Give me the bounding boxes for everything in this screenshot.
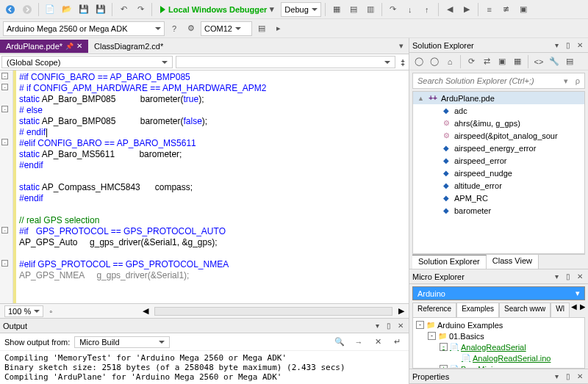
- tab-arduplane[interactable]: ArduPlane.pde* 📌 ✕: [0, 40, 88, 53]
- close-icon[interactable]: ✕: [575, 272, 585, 280]
- pin-icon[interactable]: ▯: [563, 41, 573, 49]
- forward-icon[interactable]: [20, 2, 35, 17]
- se-tree[interactable]: ▲++ArduPlane.pde◆adc⚙ahrs(&imu, g_gps)⚙a…: [412, 91, 585, 254]
- h-scrollbar[interactable]: [154, 307, 392, 316]
- tab-classdiagram[interactable]: ClassDiagram2.cd*: [88, 40, 169, 53]
- me-tab[interactable]: Examples: [456, 303, 499, 317]
- me-tab[interactable]: Search www: [499, 303, 551, 317]
- split-icon[interactable]: ‡: [397, 54, 409, 70]
- open-file-icon[interactable]: 📂: [60, 2, 74, 17]
- comment-icon[interactable]: ≡: [482, 2, 497, 17]
- output-text[interactable]: Compiling 'MemoryTest' for 'Arduino Mega…: [0, 351, 409, 384]
- me-tree-item[interactable]: -📄 AnalogReadSerial: [413, 341, 584, 352]
- scroll-left-icon[interactable]: ◀: [143, 306, 148, 316]
- pin-icon[interactable]: ▯: [563, 372, 573, 380]
- goto-icon[interactable]: →: [351, 335, 366, 349]
- code-editor[interactable]: ------ #if CONFIG_BARO == AP_BARO_BMP085…: [0, 70, 409, 303]
- clear-icon[interactable]: ✕: [370, 335, 385, 349]
- me-tab[interactable]: Wl: [551, 303, 570, 317]
- se-title: Solution Explorer: [412, 41, 474, 50]
- settings-icon[interactable]: ⚙: [184, 21, 198, 36]
- step-into-icon[interactable]: ↓: [403, 2, 417, 17]
- tree-item[interactable]: ⚙airspeed(&pitot_analog_sour: [413, 129, 584, 142]
- step-out-icon[interactable]: ↑: [420, 2, 434, 17]
- serial-icon[interactable]: ▤: [254, 21, 269, 36]
- home-icon[interactable]: ⌂: [443, 55, 456, 68]
- back-icon[interactable]: [3, 2, 18, 17]
- close-icon[interactable]: ✕: [575, 41, 585, 49]
- preview-icon[interactable]: ▤: [563, 55, 576, 68]
- forward-icon[interactable]: ◯: [428, 55, 441, 68]
- redo-icon[interactable]: ↷: [133, 2, 148, 17]
- wrap-icon[interactable]: ↵: [390, 335, 404, 349]
- tree-item[interactable]: ◆barometer: [413, 204, 584, 217]
- bookmark-icon[interactable]: ▣: [516, 2, 531, 17]
- tree-item[interactable]: ▲++ArduPlane.pde: [413, 92, 584, 104]
- me-tab[interactable]: Reference: [412, 303, 456, 317]
- tree-item[interactable]: ◆altitude_error: [413, 179, 584, 192]
- me-platform-dropdown[interactable]: Arduino▾: [412, 286, 585, 300]
- back-icon[interactable]: ◯: [412, 55, 426, 68]
- help-icon[interactable]: ?: [167, 21, 182, 36]
- refresh-icon[interactable]: ⟳: [465, 55, 478, 68]
- dropdown-icon[interactable]: ▾: [372, 322, 382, 330]
- tree-item[interactable]: ◆airspeed_energy_error: [413, 142, 584, 154]
- close-icon[interactable]: ✕: [76, 42, 82, 50]
- tool-icon-2[interactable]: ▤: [346, 2, 361, 17]
- board-dropdown[interactable]: Arduino Mega 2560 or Mega ADK: [3, 21, 165, 36]
- pin-icon[interactable]: ▯: [563, 272, 573, 280]
- tree-item[interactable]: ◆adc: [413, 104, 584, 117]
- code-icon[interactable]: <>: [532, 55, 545, 68]
- tool-icon-1[interactable]: ▦: [329, 2, 344, 17]
- config-dropdown[interactable]: Debug: [281, 2, 320, 17]
- tree-item[interactable]: ⚙ahrs(&imu, g_gps): [413, 117, 584, 129]
- tab-class-view[interactable]: Class View: [487, 255, 539, 269]
- show-all-icon[interactable]: ▦: [511, 55, 524, 68]
- me-tree-item[interactable]: -📁 Arduino Examples: [413, 319, 584, 330]
- debugger-label: Local Windows Debugger: [168, 5, 267, 14]
- dropdown-icon[interactable]: ▾: [551, 372, 562, 380]
- find-icon[interactable]: 🔍: [332, 335, 347, 349]
- se-search-input[interactable]: [413, 76, 561, 85]
- me-tree-item[interactable]: -📁 01.Basics: [413, 330, 584, 341]
- properties-icon[interactable]: 🔧: [548, 55, 561, 68]
- dropdown-icon[interactable]: ▾: [551, 41, 562, 49]
- pin-icon[interactable]: ▯: [384, 322, 394, 330]
- me-tree-item[interactable]: 📄 AnalogReadSerial.ino: [413, 352, 584, 363]
- save-all-icon[interactable]: 💾: [93, 2, 108, 17]
- nav-back-icon[interactable]: ◀: [442, 2, 457, 17]
- member-dropdown[interactable]: [176, 56, 395, 68]
- close-icon[interactable]: ✕: [575, 372, 585, 380]
- tab-solution-explorer[interactable]: Solution Explorer: [412, 255, 487, 269]
- output-source-dropdown[interactable]: Micro Build: [74, 336, 170, 348]
- nav-fwd-icon[interactable]: ▶: [459, 2, 474, 17]
- dropdown-icon[interactable]: ▾: [551, 272, 562, 280]
- pin-icon[interactable]: 📌: [65, 43, 74, 50]
- sync-icon[interactable]: ⇄: [480, 55, 493, 68]
- port-dropdown[interactable]: COM12: [201, 21, 252, 36]
- uncomment-icon[interactable]: ≢: [499, 2, 514, 17]
- secondary-toolbar: Arduino Mega 2560 or Mega ADK ? ⚙ COM12 …: [0, 19, 588, 38]
- search-dropdown-icon[interactable]: ▾: [561, 76, 571, 86]
- collapse-icon[interactable]: ▣: [495, 55, 509, 68]
- search-clear-icon[interactable]: ρ: [571, 76, 584, 85]
- scope-dropdown[interactable]: (Global Scope): [1, 56, 173, 68]
- step-over-icon[interactable]: ↷: [386, 2, 401, 17]
- close-icon[interactable]: ✕: [395, 322, 406, 330]
- tree-item[interactable]: ◆APM_RC: [413, 192, 584, 204]
- save-icon[interactable]: 💾: [76, 2, 91, 17]
- start-debug-button[interactable]: Local Windows Debugger ▾: [156, 4, 279, 14]
- tool-icon-3[interactable]: ▥: [363, 2, 378, 17]
- tree-item[interactable]: ◆airspeed_error: [413, 154, 584, 167]
- me-tree-item[interactable]: +📄 BareMinimum: [413, 363, 584, 369]
- se-search[interactable]: ▾ ρ: [412, 73, 585, 89]
- undo-icon[interactable]: ↶: [116, 2, 131, 17]
- tab-dropdown-icon[interactable]: ▾: [394, 39, 409, 54]
- upload-icon[interactable]: ▸: [271, 21, 286, 36]
- main-toolbar: 📄 📂 💾 💾 ↶ ↷ Local Windows Debugger ▾ Deb…: [0, 0, 588, 19]
- zoom-dropdown[interactable]: 100 %: [4, 305, 43, 317]
- tree-item[interactable]: ◆airspeed_nudge: [413, 167, 584, 179]
- new-file-icon[interactable]: 📄: [43, 2, 57, 17]
- scroll-right-icon[interactable]: ▶: [398, 306, 404, 316]
- me-tree[interactable]: -📁 Arduino Examples-📁 01.Basics-📄 Analog…: [412, 317, 585, 369]
